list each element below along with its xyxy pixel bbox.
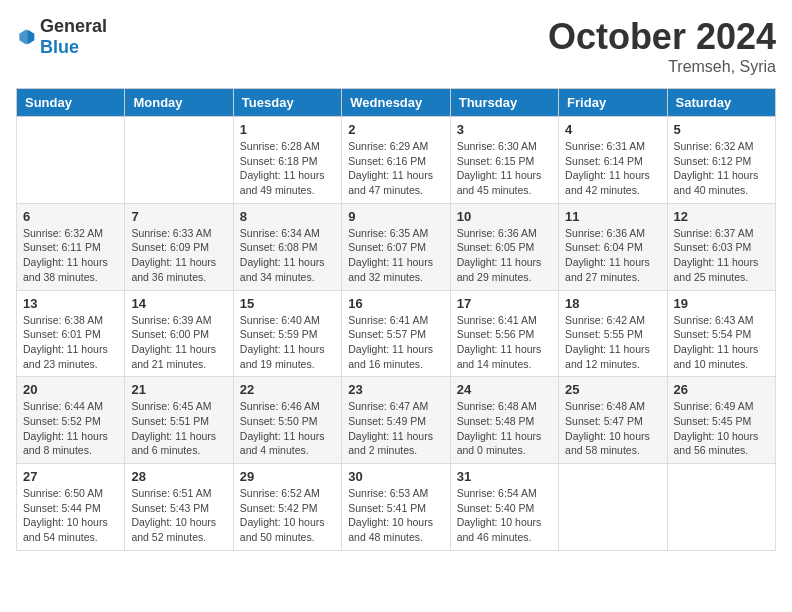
calendar-cell: 17Sunrise: 6:41 AMSunset: 5:56 PMDayligh… [450, 290, 558, 377]
calendar-cell: 23Sunrise: 6:47 AMSunset: 5:49 PMDayligh… [342, 377, 450, 464]
calendar-cell: 15Sunrise: 6:40 AMSunset: 5:59 PMDayligh… [233, 290, 341, 377]
calendar-cell: 30Sunrise: 6:53 AMSunset: 5:41 PMDayligh… [342, 464, 450, 551]
day-number: 4 [565, 122, 660, 137]
calendar-week-row: 1Sunrise: 6:28 AMSunset: 6:18 PMDaylight… [17, 117, 776, 204]
weekday-header: Monday [125, 89, 233, 117]
calendar-cell: 3Sunrise: 6:30 AMSunset: 6:15 PMDaylight… [450, 117, 558, 204]
calendar-cell: 14Sunrise: 6:39 AMSunset: 6:00 PMDayligh… [125, 290, 233, 377]
day-info: Sunrise: 6:42 AMSunset: 5:55 PMDaylight:… [565, 313, 660, 372]
calendar-cell [17, 117, 125, 204]
day-info: Sunrise: 6:48 AMSunset: 5:48 PMDaylight:… [457, 399, 552, 458]
calendar-cell [667, 464, 775, 551]
day-number: 5 [674, 122, 769, 137]
day-info: Sunrise: 6:28 AMSunset: 6:18 PMDaylight:… [240, 139, 335, 198]
day-info: Sunrise: 6:46 AMSunset: 5:50 PMDaylight:… [240, 399, 335, 458]
day-number: 29 [240, 469, 335, 484]
day-number: 10 [457, 209, 552, 224]
day-number: 21 [131, 382, 226, 397]
weekday-header: Wednesday [342, 89, 450, 117]
calendar-cell [125, 117, 233, 204]
calendar-cell: 7Sunrise: 6:33 AMSunset: 6:09 PMDaylight… [125, 203, 233, 290]
day-info: Sunrise: 6:32 AMSunset: 6:12 PMDaylight:… [674, 139, 769, 198]
logo-text: General Blue [40, 16, 107, 58]
day-number: 31 [457, 469, 552, 484]
day-number: 14 [131, 296, 226, 311]
day-number: 9 [348, 209, 443, 224]
day-info: Sunrise: 6:50 AMSunset: 5:44 PMDaylight:… [23, 486, 118, 545]
day-number: 27 [23, 469, 118, 484]
day-number: 23 [348, 382, 443, 397]
day-info: Sunrise: 6:48 AMSunset: 5:47 PMDaylight:… [565, 399, 660, 458]
calendar-week-row: 27Sunrise: 6:50 AMSunset: 5:44 PMDayligh… [17, 464, 776, 551]
day-number: 28 [131, 469, 226, 484]
day-number: 17 [457, 296, 552, 311]
header: General Blue October 2024 Tremseh, Syria [16, 16, 776, 76]
day-number: 13 [23, 296, 118, 311]
calendar-cell: 2Sunrise: 6:29 AMSunset: 6:16 PMDaylight… [342, 117, 450, 204]
calendar-cell [559, 464, 667, 551]
calendar-table: SundayMondayTuesdayWednesdayThursdayFrid… [16, 88, 776, 551]
weekday-header-row: SundayMondayTuesdayWednesdayThursdayFrid… [17, 89, 776, 117]
calendar-cell: 25Sunrise: 6:48 AMSunset: 5:47 PMDayligh… [559, 377, 667, 464]
day-number: 16 [348, 296, 443, 311]
calendar-cell: 12Sunrise: 6:37 AMSunset: 6:03 PMDayligh… [667, 203, 775, 290]
logo-blue: Blue [40, 37, 79, 57]
day-info: Sunrise: 6:40 AMSunset: 5:59 PMDaylight:… [240, 313, 335, 372]
weekday-header: Friday [559, 89, 667, 117]
day-info: Sunrise: 6:54 AMSunset: 5:40 PMDaylight:… [457, 486, 552, 545]
calendar-cell: 8Sunrise: 6:34 AMSunset: 6:08 PMDaylight… [233, 203, 341, 290]
calendar-cell: 26Sunrise: 6:49 AMSunset: 5:45 PMDayligh… [667, 377, 775, 464]
day-info: Sunrise: 6:35 AMSunset: 6:07 PMDaylight:… [348, 226, 443, 285]
day-number: 26 [674, 382, 769, 397]
logo-icon [16, 27, 36, 47]
calendar-cell: 27Sunrise: 6:50 AMSunset: 5:44 PMDayligh… [17, 464, 125, 551]
day-number: 30 [348, 469, 443, 484]
calendar-week-row: 13Sunrise: 6:38 AMSunset: 6:01 PMDayligh… [17, 290, 776, 377]
day-number: 12 [674, 209, 769, 224]
day-info: Sunrise: 6:38 AMSunset: 6:01 PMDaylight:… [23, 313, 118, 372]
day-info: Sunrise: 6:44 AMSunset: 5:52 PMDaylight:… [23, 399, 118, 458]
day-info: Sunrise: 6:45 AMSunset: 5:51 PMDaylight:… [131, 399, 226, 458]
day-number: 22 [240, 382, 335, 397]
day-info: Sunrise: 6:52 AMSunset: 5:42 PMDaylight:… [240, 486, 335, 545]
day-number: 1 [240, 122, 335, 137]
calendar-cell: 1Sunrise: 6:28 AMSunset: 6:18 PMDaylight… [233, 117, 341, 204]
calendar-cell: 9Sunrise: 6:35 AMSunset: 6:07 PMDaylight… [342, 203, 450, 290]
day-info: Sunrise: 6:34 AMSunset: 6:08 PMDaylight:… [240, 226, 335, 285]
calendar-cell: 13Sunrise: 6:38 AMSunset: 6:01 PMDayligh… [17, 290, 125, 377]
day-number: 8 [240, 209, 335, 224]
calendar-cell: 6Sunrise: 6:32 AMSunset: 6:11 PMDaylight… [17, 203, 125, 290]
calendar-cell: 21Sunrise: 6:45 AMSunset: 5:51 PMDayligh… [125, 377, 233, 464]
day-info: Sunrise: 6:30 AMSunset: 6:15 PMDaylight:… [457, 139, 552, 198]
day-info: Sunrise: 6:49 AMSunset: 5:45 PMDaylight:… [674, 399, 769, 458]
calendar-cell: 28Sunrise: 6:51 AMSunset: 5:43 PMDayligh… [125, 464, 233, 551]
day-number: 6 [23, 209, 118, 224]
day-number: 11 [565, 209, 660, 224]
day-info: Sunrise: 6:47 AMSunset: 5:49 PMDaylight:… [348, 399, 443, 458]
day-info: Sunrise: 6:37 AMSunset: 6:03 PMDaylight:… [674, 226, 769, 285]
day-info: Sunrise: 6:36 AMSunset: 6:05 PMDaylight:… [457, 226, 552, 285]
day-number: 7 [131, 209, 226, 224]
calendar-cell: 22Sunrise: 6:46 AMSunset: 5:50 PMDayligh… [233, 377, 341, 464]
day-number: 3 [457, 122, 552, 137]
day-info: Sunrise: 6:36 AMSunset: 6:04 PMDaylight:… [565, 226, 660, 285]
logo: General Blue [16, 16, 107, 58]
day-info: Sunrise: 6:41 AMSunset: 5:56 PMDaylight:… [457, 313, 552, 372]
day-number: 18 [565, 296, 660, 311]
day-number: 24 [457, 382, 552, 397]
day-number: 20 [23, 382, 118, 397]
calendar-week-row: 20Sunrise: 6:44 AMSunset: 5:52 PMDayligh… [17, 377, 776, 464]
weekday-header: Tuesday [233, 89, 341, 117]
calendar-cell: 24Sunrise: 6:48 AMSunset: 5:48 PMDayligh… [450, 377, 558, 464]
calendar-cell: 10Sunrise: 6:36 AMSunset: 6:05 PMDayligh… [450, 203, 558, 290]
month-title: October 2024 [548, 16, 776, 58]
day-info: Sunrise: 6:29 AMSunset: 6:16 PMDaylight:… [348, 139, 443, 198]
day-info: Sunrise: 6:33 AMSunset: 6:09 PMDaylight:… [131, 226, 226, 285]
day-info: Sunrise: 6:51 AMSunset: 5:43 PMDaylight:… [131, 486, 226, 545]
day-info: Sunrise: 6:32 AMSunset: 6:11 PMDaylight:… [23, 226, 118, 285]
weekday-header: Sunday [17, 89, 125, 117]
day-info: Sunrise: 6:31 AMSunset: 6:14 PMDaylight:… [565, 139, 660, 198]
calendar-cell: 20Sunrise: 6:44 AMSunset: 5:52 PMDayligh… [17, 377, 125, 464]
day-info: Sunrise: 6:53 AMSunset: 5:41 PMDaylight:… [348, 486, 443, 545]
day-info: Sunrise: 6:41 AMSunset: 5:57 PMDaylight:… [348, 313, 443, 372]
